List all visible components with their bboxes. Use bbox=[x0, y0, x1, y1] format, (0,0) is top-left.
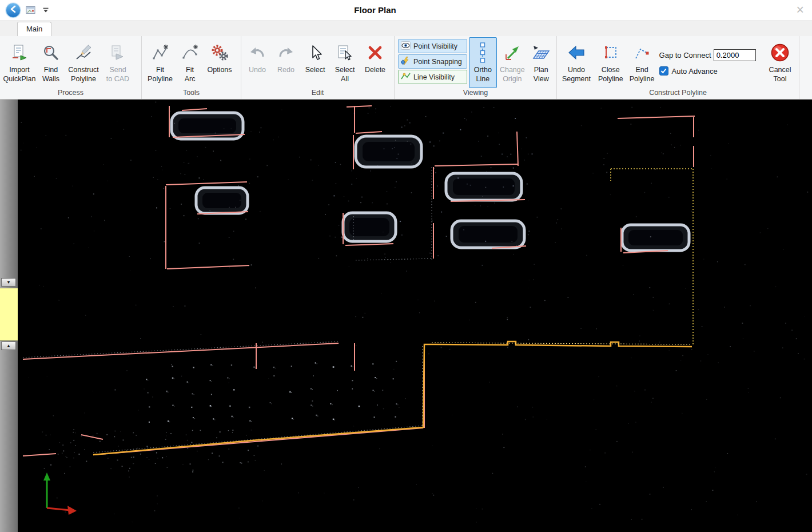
end-polyline-button[interactable]: EndPolyline bbox=[627, 37, 657, 88]
quick-access-dropdown[interactable] bbox=[41, 6, 50, 14]
import-quickplan-button[interactable]: ImportQuickPlan bbox=[2, 37, 37, 88]
send-to-cad-icon bbox=[109, 39, 126, 66]
delete-button[interactable]: Delete bbox=[360, 37, 391, 88]
auto-advance-checkbox[interactable] bbox=[659, 66, 668, 76]
viewing-toggle-stack: Point Visibility Point Snapping bbox=[396, 37, 469, 88]
undo-button[interactable]: Undo bbox=[243, 37, 272, 88]
ribbon-group-construct-polyline: UndoSegment ClosePolyline bbox=[557, 36, 799, 99]
elevation-up-button[interactable]: ▲ bbox=[1, 342, 16, 350]
line-visibility-icon bbox=[401, 72, 411, 82]
undo-segment-button[interactable]: UndoSegment bbox=[559, 37, 594, 88]
fit-arc-button[interactable]: FitArc bbox=[177, 37, 203, 88]
group-label-construct-polyline: Construct Polyline bbox=[557, 88, 799, 99]
fit-polyline-button[interactable]: FitPolyline bbox=[144, 37, 177, 88]
construct-polyline-icon bbox=[75, 39, 92, 66]
window-title: Floor Plan bbox=[354, 5, 396, 15]
select-cursor-icon bbox=[307, 39, 324, 66]
tab-main[interactable]: Main bbox=[17, 22, 51, 36]
ribbon-tab-strip: Main bbox=[0, 21, 812, 36]
ribbon-group-process: ImportQuickPlan FindWalls bbox=[0, 36, 142, 99]
cancel-tool-icon bbox=[770, 39, 790, 66]
auto-advance-label: Auto Advance bbox=[672, 67, 718, 76]
fit-polyline-icon bbox=[152, 39, 169, 66]
point-visibility-eye-icon bbox=[401, 41, 411, 51]
end-polyline-icon bbox=[634, 39, 651, 66]
back-button[interactable] bbox=[6, 3, 21, 18]
plan-view-icon bbox=[532, 39, 550, 66]
close-button[interactable]: × bbox=[797, 2, 804, 17]
elevation-strip: ▼ ▲ bbox=[0, 100, 18, 532]
ortho-line-button[interactable]: OrthoLine bbox=[469, 37, 497, 88]
ribbon-group-viewing: Point Visibility Point Snapping bbox=[395, 36, 557, 99]
select-all-icon bbox=[336, 39, 353, 66]
redo-icon bbox=[277, 39, 294, 66]
find-walls-button[interactable]: FindWalls bbox=[37, 37, 65, 88]
select-all-button[interactable]: SelectAll bbox=[330, 37, 360, 88]
back-chevron-icon bbox=[10, 5, 17, 15]
ribbon-filler bbox=[799, 36, 812, 99]
import-quickplan-icon bbox=[11, 39, 28, 66]
group-label-edit: Edit bbox=[241, 88, 394, 99]
undo-segment-arrow-icon bbox=[567, 39, 586, 66]
elevation-range-band[interactable] bbox=[0, 288, 18, 341]
point-snapping-toggle[interactable]: Point Snapping bbox=[398, 54, 467, 69]
gap-to-connect-label: Gap to Connect bbox=[659, 51, 711, 59]
floor-plan-canvas[interactable] bbox=[19, 100, 812, 532]
group-label-viewing: Viewing bbox=[395, 88, 556, 99]
group-label-tools: Tools bbox=[142, 88, 241, 99]
delete-x-icon bbox=[367, 39, 384, 66]
ribbon-group-edit: Undo Redo Select bbox=[241, 36, 395, 99]
find-walls-icon bbox=[42, 39, 59, 66]
undo-icon bbox=[249, 39, 266, 66]
gap-to-connect-input[interactable] bbox=[714, 49, 756, 61]
close-polyline-button[interactable]: ClosePolyline bbox=[594, 37, 627, 88]
elevation-down-button[interactable]: ▼ bbox=[1, 278, 16, 287]
ribbon: ImportQuickPlan FindWalls bbox=[0, 36, 812, 100]
plan-view-button[interactable]: PlanView bbox=[528, 37, 555, 88]
send-to-cad-button[interactable]: Sendto CAD bbox=[102, 37, 133, 88]
options-gears-icon bbox=[210, 39, 229, 66]
line-visibility-toggle[interactable]: Line Visibility bbox=[398, 70, 467, 84]
fit-arc-icon bbox=[181, 39, 198, 66]
close-polyline-icon bbox=[602, 39, 619, 66]
redo-button[interactable]: Redo bbox=[272, 37, 300, 88]
point-snapping-icon bbox=[401, 57, 411, 67]
options-button[interactable]: Options bbox=[203, 37, 236, 88]
ortho-line-icon bbox=[474, 39, 491, 66]
change-origin-button[interactable]: ChangeOrigin bbox=[497, 37, 527, 88]
checkmark-icon bbox=[660, 67, 667, 76]
construct-options-panel: Gap to Connect Auto Advance bbox=[657, 37, 763, 88]
cancel-tool-button[interactable]: CancelTool bbox=[763, 37, 797, 88]
group-label-process: Process bbox=[0, 88, 141, 99]
select-button[interactable]: Select bbox=[300, 37, 330, 88]
ribbon-group-tools: FitPolyline FitArc bbox=[142, 36, 241, 99]
workspace: ▼ ▲ bbox=[0, 100, 812, 532]
title-bar: Floor Plan × bbox=[0, 0, 812, 21]
change-origin-icon bbox=[504, 39, 521, 66]
construct-polyline-button[interactable]: ConstructPolyline bbox=[65, 37, 102, 88]
app-window-icon bbox=[26, 5, 36, 15]
point-visibility-toggle[interactable]: Point Visibility bbox=[398, 39, 467, 53]
